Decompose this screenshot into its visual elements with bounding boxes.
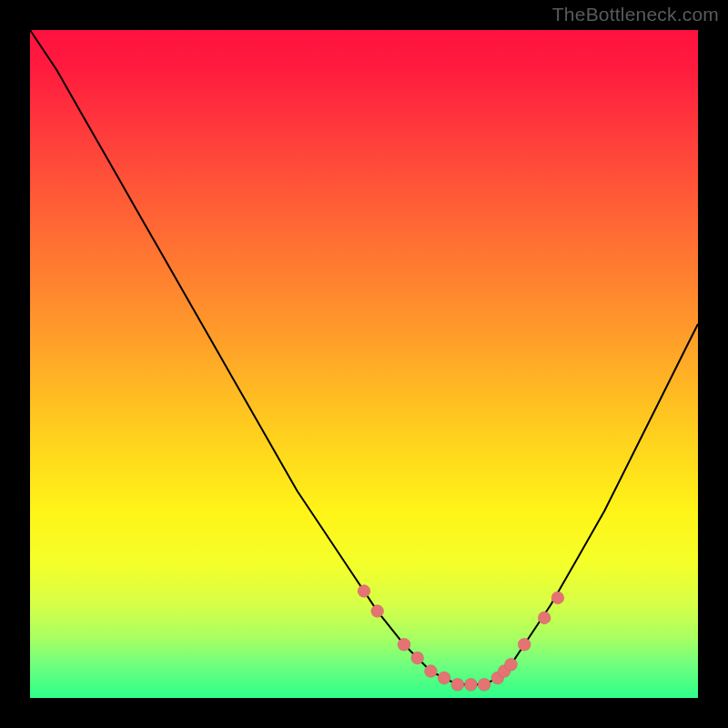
highlight-dot [398, 638, 410, 651]
highlight-dot [518, 638, 531, 651]
highlight-dot [424, 665, 437, 678]
highlight-dot [505, 658, 518, 671]
highlight-dot [411, 652, 424, 664]
highlight-dot [358, 585, 370, 598]
highlight-dot [464, 678, 477, 691]
highlight-dot [451, 678, 464, 691]
highlight-dot [551, 592, 564, 604]
plot-svg [30, 30, 698, 698]
chart-frame: TheBottleneck.com [0, 0, 728, 728]
watermark-text: TheBottleneck.com [552, 4, 719, 25]
highlight-dot [478, 678, 490, 691]
highlight-dot [538, 612, 551, 624]
highlight-dot [371, 605, 384, 618]
highlight-dot [438, 672, 450, 684]
highlight-dots-group [358, 585, 564, 692]
